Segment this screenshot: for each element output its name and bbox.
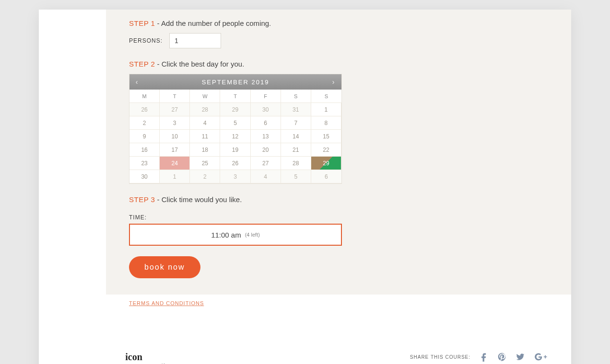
calendar-day[interactable]: 26 bbox=[129, 103, 160, 116]
calendar-daynames: MTWTFSS bbox=[129, 90, 341, 103]
step-2-line: STEP 2 - Click the best day for you. bbox=[129, 60, 548, 68]
terms-link[interactable]: TERMS AND CONDITIONS bbox=[129, 300, 571, 306]
step-1-text: - Add the number of people coming. bbox=[155, 19, 271, 27]
calendar-body: 2627282930311234567891011121314151617181… bbox=[129, 103, 341, 183]
calendar-day[interactable]: 30 bbox=[129, 170, 160, 183]
calendar-day[interactable]: 21 bbox=[281, 143, 311, 157]
step-1-tag: STEP 1 bbox=[129, 19, 155, 27]
calendar-day[interactable]: 11 bbox=[190, 130, 220, 143]
calendar-day[interactable]: 22 bbox=[311, 143, 341, 157]
step-2-text: - Click the best day for you. bbox=[155, 60, 244, 68]
step-3-tag: STEP 3 bbox=[129, 195, 155, 204]
calendar-dayname: F bbox=[251, 90, 281, 103]
calendar-day[interactable]: 18 bbox=[190, 143, 220, 157]
calendar-dayname: W bbox=[190, 90, 220, 103]
calendar-day[interactable]: 10 bbox=[160, 130, 190, 143]
calendar-day[interactable]: 19 bbox=[220, 143, 250, 157]
calendar-day[interactable]: 7 bbox=[281, 116, 311, 130]
calendar-day[interactable]: 2 bbox=[129, 116, 160, 130]
calendar-day[interactable]: 14 bbox=[281, 130, 311, 143]
persons-row: PERSONS: bbox=[129, 33, 548, 48]
time-label: TIME: bbox=[129, 214, 548, 221]
time-slot-time: 11:00 am bbox=[211, 231, 241, 239]
calendar-day[interactable]: 6 bbox=[311, 170, 341, 183]
footer: THE COOKERY SCHOOL icon SHARE THIS COURS… bbox=[39, 311, 571, 364]
share-row: SHARE THIS COURSE: bbox=[410, 352, 548, 362]
calendar-day[interactable]: 12 bbox=[220, 130, 250, 143]
calendar-day[interactable]: 5 bbox=[281, 170, 311, 183]
step-1-line: STEP 1 - Add the number of people coming… bbox=[129, 19, 548, 27]
calendar-day[interactable]: 1 bbox=[311, 103, 341, 116]
time-slot[interactable]: 11:00 am (4 left) bbox=[129, 224, 342, 246]
calendar-day[interactable]: 24 bbox=[160, 157, 190, 170]
time-block: TIME: 11:00 am (4 left) bbox=[129, 214, 548, 246]
calendar-day[interactable]: 6 bbox=[251, 116, 281, 130]
calendar-day[interactable]: 20 bbox=[251, 143, 281, 157]
step-2-tag: STEP 2 bbox=[129, 60, 155, 68]
calendar-day[interactable]: 3 bbox=[220, 170, 250, 183]
time-slot-remaining: (4 left) bbox=[245, 232, 260, 238]
calendar-day[interactable]: 1 bbox=[160, 170, 190, 183]
calendar: ‹ SEPTEMBER 2019 › MTWTFSS 2627282930311… bbox=[129, 74, 342, 184]
calendar-day[interactable]: 30 bbox=[251, 103, 281, 116]
share-label: SHARE THIS COURSE: bbox=[410, 354, 470, 360]
calendar-day[interactable]: 17 bbox=[160, 143, 190, 157]
calendar-prev-button[interactable]: ‹ bbox=[131, 78, 143, 86]
calendar-day[interactable]: 2 bbox=[190, 170, 220, 183]
calendar-day[interactable]: 3 bbox=[160, 116, 190, 130]
calendar-day[interactable]: 9 bbox=[129, 130, 160, 143]
calendar-day[interactable]: 26 bbox=[220, 157, 250, 170]
pinterest-icon[interactable] bbox=[497, 352, 507, 362]
calendar-day[interactable]: 13 bbox=[251, 130, 281, 143]
calendar-day[interactable]: 8 bbox=[311, 116, 341, 130]
booking-panel: STEP 1 - Add the number of people coming… bbox=[106, 10, 571, 295]
calendar-day[interactable]: 31 bbox=[281, 103, 311, 116]
calendar-header: ‹ SEPTEMBER 2019 › bbox=[129, 74, 341, 90]
persons-label: PERSONS: bbox=[129, 37, 163, 44]
step-3-text: - Click time would you like. bbox=[155, 195, 242, 204]
calendar-day[interactable]: 23 bbox=[129, 157, 160, 170]
logo-center-text: icon bbox=[125, 352, 142, 363]
calendar-day[interactable]: 4 bbox=[251, 170, 281, 183]
calendar-day[interactable]: 28 bbox=[281, 157, 311, 170]
calendar-day[interactable]: 25 bbox=[190, 157, 220, 170]
logo: THE COOKERY SCHOOL icon bbox=[105, 328, 163, 364]
calendar-day[interactable]: 29 bbox=[220, 103, 250, 116]
calendar-day[interactable]: 27 bbox=[160, 103, 190, 116]
calendar-dayname: M bbox=[129, 90, 160, 103]
step-3-line: STEP 3 - Click time would you like. bbox=[129, 195, 548, 204]
calendar-dayname: S bbox=[311, 90, 341, 103]
calendar-next-button[interactable]: › bbox=[328, 78, 340, 86]
facebook-icon[interactable] bbox=[479, 352, 489, 362]
calendar-dayname: S bbox=[281, 90, 311, 103]
calendar-day[interactable]: 4 bbox=[190, 116, 220, 130]
calendar-day[interactable]: 28 bbox=[190, 103, 220, 116]
google-plus-icon[interactable] bbox=[534, 352, 548, 362]
calendar-title: SEPTEMBER 2019 bbox=[143, 79, 328, 86]
calendar-day[interactable]: 15 bbox=[311, 130, 341, 143]
calendar-day[interactable]: 29 bbox=[311, 157, 341, 170]
book-now-button[interactable]: book now bbox=[129, 256, 200, 278]
calendar-dayname: T bbox=[220, 90, 250, 103]
calendar-day[interactable]: 27 bbox=[251, 157, 281, 170]
twitter-icon[interactable] bbox=[516, 352, 525, 362]
calendar-day[interactable]: 16 bbox=[129, 143, 160, 157]
persons-input[interactable] bbox=[169, 33, 221, 48]
calendar-dayname: T bbox=[160, 90, 190, 103]
calendar-day[interactable]: 5 bbox=[220, 116, 250, 130]
